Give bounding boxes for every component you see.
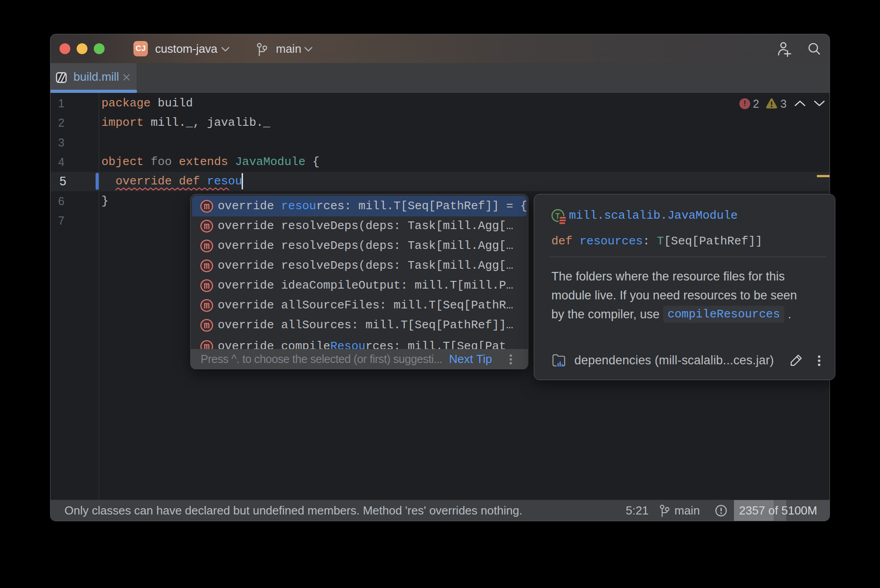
svg-text:m: m	[204, 341, 210, 349]
svg-text:m: m	[204, 261, 210, 272]
svg-text:m: m	[204, 280, 210, 292]
svg-text:m: m	[204, 201, 210, 212]
svg-text:m: m	[204, 241, 210, 252]
svg-text:m: m	[204, 300, 210, 312]
svg-text:m: m	[204, 221, 210, 232]
svg-text:m: m	[204, 320, 210, 331]
